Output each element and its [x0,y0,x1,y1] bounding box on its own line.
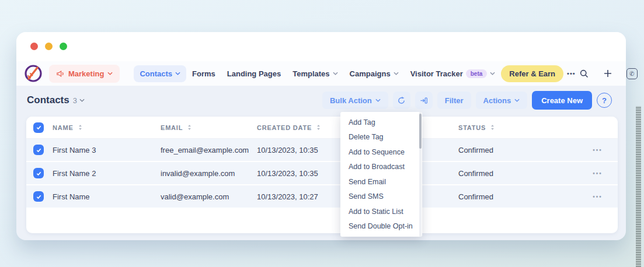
nav-item-label: Refer & Earn [509,69,555,78]
cell-name: First Name 2 [53,169,161,178]
window-zoom-button[interactable] [60,43,67,50]
refresh-icon [397,96,406,105]
desktop-background: Marketing Contacts Forms Landing Pages T… [0,0,644,267]
contacts-count: 3 [73,96,77,105]
nav-item-label: Contacts [140,69,172,78]
search-icon[interactable] [579,69,589,79]
create-new-button[interactable]: Create New [532,91,592,110]
sort-icon[interactable] [316,124,321,131]
nav-item-campaigns[interactable]: Campaigns [344,65,405,82]
bulk-action-dropdown: Add Tag Delete Tag Add to Sequence Add t… [340,112,422,237]
chevron-down-icon [107,72,113,75]
cell-status: Confirmed [458,146,569,154]
chevron-down-icon [375,99,381,102]
module-label: Marketing [68,69,104,78]
cell-email: valid@example.com [161,192,257,201]
window-titlebar [16,32,626,61]
select-all-checkbox[interactable] [33,122,44,133]
nav-item-contacts[interactable]: Contacts [134,65,186,82]
module-switcher-marketing[interactable]: Marketing [49,65,120,83]
menu-item-send-email[interactable]: Send Email [340,175,422,188]
cell-status: Confirmed [458,169,569,178]
nav-item-visitor-tracker[interactable]: Visitor Tracker beta [405,65,502,82]
filter-button[interactable]: Filter [437,92,471,109]
chevron-down-icon [490,72,495,75]
megaphone-icon [56,69,65,78]
chevron-down-icon [333,72,338,75]
chevron-down-icon [394,72,399,75]
menu-item-delete-tag[interactable]: Delete Tag [340,131,422,143]
nav-item-label: Campaigns [350,69,391,78]
actions-label: Actions [483,96,511,105]
menu-item-send-double-opt-in[interactable]: Send Double Opt-in [340,220,422,233]
chevron-down-icon[interactable] [79,99,85,102]
phone-icon: ✆ [626,68,638,79]
nav-item-label: Landing Pages [227,69,281,78]
call-widget-icon[interactable]: ✆ [626,68,638,79]
filter-label: Filter [445,96,464,105]
export-button[interactable] [415,92,433,109]
nav-item-label: Templates [293,69,329,78]
brand-logo-icon[interactable] [23,64,43,83]
top-navbar: Marketing Contacts Forms Landing Pages T… [16,61,626,86]
column-header-status[interactable]: STATUS [458,124,569,131]
sort-icon[interactable] [490,124,495,131]
table-row[interactable]: First Name 3 free_email@example.com 10/1… [26,139,618,162]
refresh-button[interactable] [393,92,410,109]
header-actions: Bulk Action [322,91,612,110]
background-edge [636,106,641,267]
nav-item-label: Visitor Tracker [410,69,463,78]
menu-item-add-to-sequence[interactable]: Add to Sequence [340,146,422,159]
cell-email: free_email@example.com [161,146,257,154]
row-menu-button[interactable]: ••• [593,194,603,200]
table-header-row: NAME EMAIL CREATED DATE STATUS [26,117,618,139]
menu-item-add-tag[interactable]: Add Tag [340,116,422,129]
app-window: Marketing Contacts Forms Landing Pages T… [16,32,626,240]
create-new-label: Create New [541,96,583,105]
menu-item-add-to-static-list[interactable]: Add to Static List [340,205,422,218]
nav-item-templates[interactable]: Templates [287,65,343,82]
add-icon[interactable] [603,69,612,78]
nav-item-landing-pages[interactable]: Landing Pages [221,65,287,82]
window-minimize-button[interactable] [45,43,53,50]
table-row[interactable]: First Name 2 invalid@example.com 10/13/2… [26,162,618,185]
nav-more-button[interactable]: ••• [563,68,579,79]
bulk-action-button[interactable]: Bulk Action [322,92,388,109]
nav-item-label: Forms [192,69,215,78]
row-menu-button[interactable]: ••• [593,170,603,177]
row-checkbox[interactable] [33,168,44,178]
row-menu-button[interactable]: ••• [593,147,603,153]
nav-item-refer-and-earn[interactable]: Refer & Earn [501,65,563,82]
cell-name: First Name 3 [53,146,161,154]
row-checkbox[interactable] [33,145,44,155]
window-close-button[interactable] [30,43,38,50]
contacts-table: NAME EMAIL CREATED DATE STATUS [26,117,618,233]
export-icon [419,96,428,105]
sort-icon[interactable] [78,124,82,131]
column-header-name[interactable]: NAME [53,124,161,131]
page-header: Contacts 3 Bulk Action [27,89,612,111]
cell-name: First Name [53,192,161,201]
bulk-action-label: Bulk Action [330,96,372,105]
navbar-right-icons: ✆ [579,65,644,82]
actions-button[interactable]: Actions [476,92,528,109]
menu-item-send-sms[interactable]: Send SMS [340,190,422,203]
chevron-down-icon [514,99,520,102]
chevron-down-icon [175,72,180,75]
menu-item-add-to-broadcast[interactable]: Add to Broadcast [340,160,422,173]
sort-icon[interactable] [187,124,192,131]
beta-badge: beta [466,69,488,78]
help-button[interactable]: ? [597,93,612,108]
row-checkbox[interactable] [33,191,44,202]
cell-email: invalid@example.com [161,169,257,178]
table-row[interactable]: First Name valid@example.com 10/13/2023,… [26,185,618,209]
page-title: Contacts [27,94,69,106]
cell-status: Confirmed [458,192,569,201]
column-header-email[interactable]: EMAIL [161,124,257,131]
window-controls [30,43,67,50]
nav-item-forms[interactable]: Forms [186,65,221,82]
